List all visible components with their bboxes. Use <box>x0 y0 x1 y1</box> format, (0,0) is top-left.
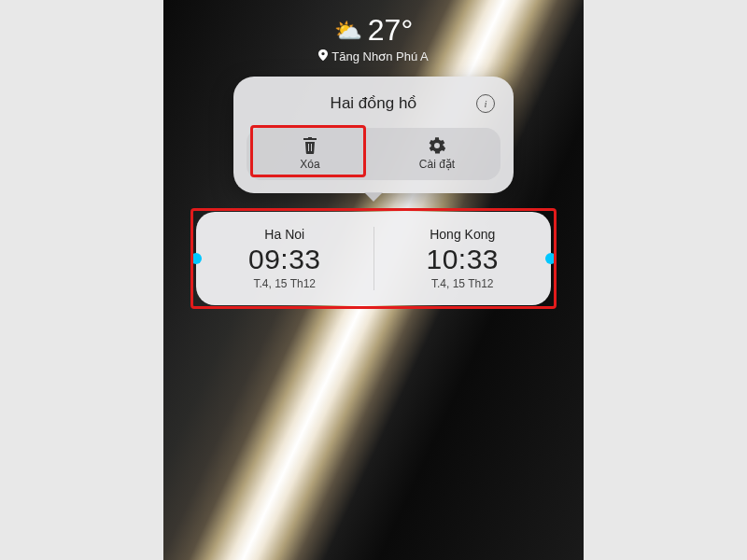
location-name: Tăng Nhơn Phú A <box>331 49 428 63</box>
clock-date: T.4, 15 Th12 <box>254 277 317 290</box>
resize-handle-left[interactable] <box>190 253 202 264</box>
info-button[interactable]: i <box>476 94 495 113</box>
clock-time: 09:33 <box>248 244 321 275</box>
trash-icon <box>302 137 318 154</box>
city-name: Hong Kong <box>430 227 495 242</box>
dual-clock-widget-wrap: Ha Noi 09:33 T.4, 15 Th12 Hong Kong 10:3… <box>196 212 551 305</box>
delete-label: Xóa <box>300 158 319 171</box>
clock-date: T.4, 15 Th12 <box>431 277 494 290</box>
popup-pointer <box>364 192 383 202</box>
temperature: 27° <box>368 13 413 48</box>
location-row[interactable]: Tăng Nhơn Phú A <box>318 49 428 63</box>
dual-clock-widget[interactable]: Ha Noi 09:33 T.4, 15 Th12 Hong Kong 10:3… <box>196 212 551 305</box>
widget-context-popup: Hai đồng hồ i Xóa Cài đặt <box>233 77 514 193</box>
resize-handle-right[interactable] <box>545 253 557 264</box>
clock-time: 10:33 <box>426 244 499 275</box>
settings-action[interactable]: Cài đặt <box>374 128 500 180</box>
delete-action[interactable]: Xóa <box>247 128 374 180</box>
location-pin-icon <box>318 49 328 63</box>
weather-partly-cloudy-icon: ⛅ <box>334 18 362 44</box>
settings-label: Cài đặt <box>419 158 455 171</box>
gear-icon <box>429 137 445 154</box>
phone-home-screen: ⛅ 27° Tăng Nhơn Phú A Hai đồng hồ i <box>163 0 584 560</box>
clock-left: Ha Noi 09:33 T.4, 15 Th12 <box>196 227 374 290</box>
clock-right: Hong Kong 10:33 T.4, 15 Th12 <box>374 227 552 290</box>
info-icon: i <box>484 98 486 109</box>
weather-widget[interactable]: ⛅ 27° <box>334 13 413 48</box>
city-name: Ha Noi <box>264 227 304 242</box>
popup-title: Hai đồng hồ <box>331 93 417 113</box>
